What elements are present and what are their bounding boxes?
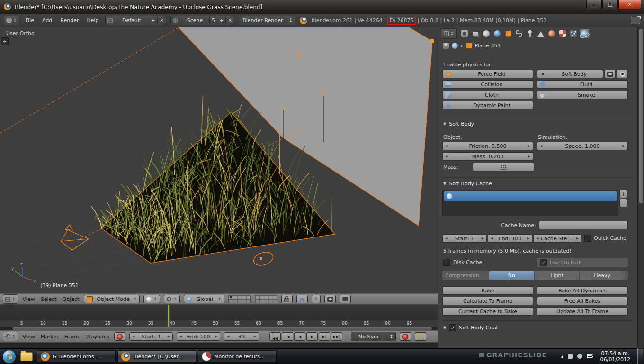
viewport-editor-type-button[interactable]: ↕: [3, 294, 18, 304]
disk-cache-checkbox[interactable]: [443, 259, 450, 266]
mode-dropdown[interactable]: Object Mode ↕: [84, 295, 140, 303]
tab-scene[interactable]: [482, 29, 492, 38]
record-button[interactable]: [114, 332, 125, 341]
increment-icon[interactable]: ▶: [168, 335, 170, 338]
use-lib-path-checkbox[interactable]: ✓: [540, 259, 547, 266]
delete-layout-button[interactable]: ✕: [158, 16, 166, 25]
speed-slider[interactable]: ◀ Speed: 1.000 ▶: [537, 142, 628, 150]
decrement-icon[interactable]: ◀: [132, 335, 134, 338]
taskbar-app-blender[interactable]: Blender* [C:\User...: [117, 350, 196, 363]
smoke-button[interactable]: Smoke: [537, 91, 628, 99]
soft-body-render-toggle[interactable]: [604, 70, 616, 78]
show-desktop-button[interactable]: [637, 348, 643, 364]
cloth-button[interactable]: Cloth: [442, 91, 533, 99]
decrement-icon[interactable]: ◀: [445, 155, 447, 158]
calculate-to-frame-button[interactable]: Calculate To Frame: [442, 297, 533, 305]
cache-list[interactable]: [442, 190, 618, 216]
tab-render-layers[interactable]: [471, 29, 481, 38]
bake-all-dynamics-button[interactable]: Bake All Dynamics: [537, 286, 628, 295]
tab-material[interactable]: [547, 29, 557, 38]
collapse-triangle-icon[interactable]: ▼: [443, 122, 446, 126]
tab-constraints[interactable]: [514, 29, 524, 38]
opengl-render-image-button[interactable]: [324, 295, 336, 303]
add-layout-button[interactable]: +: [149, 16, 158, 25]
tab-object[interactable]: [503, 29, 513, 38]
menu-select[interactable]: Select: [40, 296, 58, 302]
menu-add[interactable]: Add: [40, 17, 54, 24]
plane-corner-handle[interactable]: [430, 39, 434, 43]
editor-type-selector[interactable]: i ↕: [4, 16, 19, 25]
increment-icon[interactable]: ▶: [576, 237, 579, 240]
tab-particles[interactable]: [569, 29, 579, 38]
decrement-icon[interactable]: ◀: [445, 237, 447, 240]
prev-keyframe-button[interactable]: |◀: [282, 332, 293, 341]
decrement-icon[interactable]: ◀: [540, 144, 542, 148]
scene-name[interactable]: Scene: [180, 16, 210, 25]
screen-layout-name[interactable]: Default: [115, 16, 149, 25]
menu-object[interactable]: Object: [62, 296, 80, 302]
start-frame-field[interactable]: ◀ Start: 1 ▶: [129, 332, 173, 341]
timeline-current-frame-line[interactable]: [168, 305, 169, 327]
menu-render[interactable]: Render: [58, 17, 80, 24]
scene-users-count[interactable]: 5: [210, 16, 217, 25]
screen-layout-icon[interactable]: [631, 17, 640, 24]
cache-panel-header[interactable]: ▼ Soft Body Cache: [443, 181, 492, 187]
explorer-taskbar-button[interactable]: [18, 350, 35, 363]
timeline-ruler[interactable]: 5101520253035404550556065707580859095: [0, 320, 438, 327]
play-reverse-button[interactable]: ◀: [294, 332, 305, 341]
increment-icon[interactable]: ▶: [254, 335, 256, 338]
menu-view[interactable]: View: [22, 296, 36, 302]
free-all-bakes-button[interactable]: Free All Bakes: [537, 297, 628, 305]
timeline-hscrollbar-thumb[interactable]: [12, 327, 432, 330]
viewport-3d-canvas[interactable]: x y z: [0, 27, 438, 293]
fluid-button[interactable]: Fluid: [537, 80, 628, 89]
taskbar-clock[interactable]: 07:54 a.m. 06/01/2012: [600, 350, 630, 363]
menu-file[interactable]: File: [24, 17, 36, 24]
delete-scene-button[interactable]: ✕: [226, 16, 234, 25]
snap-element-dropdown[interactable]: ↕: [312, 295, 321, 303]
current-frame-field[interactable]: ◀ 39 ▶: [224, 332, 259, 341]
properties-scrollbar[interactable]: [637, 27, 644, 348]
jump-to-end-button[interactable]: ▶▶|: [331, 332, 342, 341]
scene-browse-button[interactable]: [171, 16, 180, 25]
tab-texture[interactable]: [558, 29, 568, 38]
add-scene-button[interactable]: +: [217, 16, 226, 25]
cache-end-field[interactable]: ◀ End: 100 ▶: [488, 234, 532, 243]
menu-marker[interactable]: Marker: [40, 334, 60, 340]
timeline-scrub-area[interactable]: [0, 305, 438, 320]
cache-list-selected-row[interactable]: [444, 191, 617, 201]
increment-icon[interactable]: ▶: [528, 144, 530, 148]
pivot-dropdown[interactable]: ↕: [164, 295, 180, 303]
close-button[interactable]: ✕: [618, 0, 641, 9]
cache-start-field[interactable]: ◀ Start: 1 ▶: [442, 234, 487, 243]
transform-orientation-dropdown[interactable]: Global ↕: [184, 295, 224, 303]
tab-physics[interactable]: [580, 29, 590, 38]
timeline-editor-type-button[interactable]: ↕: [3, 332, 18, 341]
tray-icon[interactable]: [568, 354, 573, 359]
quick-cache-checkbox[interactable]: [584, 235, 591, 242]
bake-button[interactable]: Bake: [442, 286, 533, 295]
auto-keyframe-button[interactable]: [400, 332, 411, 341]
properties-scrollbar-thumb[interactable]: [639, 29, 643, 203]
timeline-hscrollbar[interactable]: [0, 327, 438, 330]
goal-enable-checkbox[interactable]: ✓: [449, 324, 456, 331]
menu-help[interactable]: Help: [85, 17, 100, 24]
maximize-button[interactable]: □: [602, 0, 618, 9]
render-engine-select[interactable]: Blender Render ↕: [239, 16, 295, 25]
breadcrumb-object-name[interactable]: Plane.351: [475, 43, 501, 49]
remove-cache-button[interactable]: −: [619, 199, 627, 207]
update-all-to-frame-button[interactable]: Update All To Frame: [537, 307, 628, 316]
tab-modifiers[interactable]: [525, 29, 535, 38]
language-indicator[interactable]: ES: [587, 353, 593, 359]
minimize-button[interactable]: –: [586, 0, 602, 9]
increment-icon[interactable]: ▶: [623, 144, 625, 148]
decrement-icon[interactable]: ◀: [491, 237, 493, 240]
keying-set-button[interactable]: [415, 332, 426, 341]
cache-name-field[interactable]: [539, 221, 628, 229]
increment-icon[interactable]: ▶: [527, 237, 529, 240]
increment-icon[interactable]: ▶: [215, 335, 217, 338]
tab-world[interactable]: [492, 29, 502, 38]
collision-button[interactable]: Collision: [442, 80, 533, 89]
tab-object-data[interactable]: [536, 29, 546, 38]
taskbar-app-firefox[interactable]: G-Blender-Foros -...: [37, 350, 116, 363]
